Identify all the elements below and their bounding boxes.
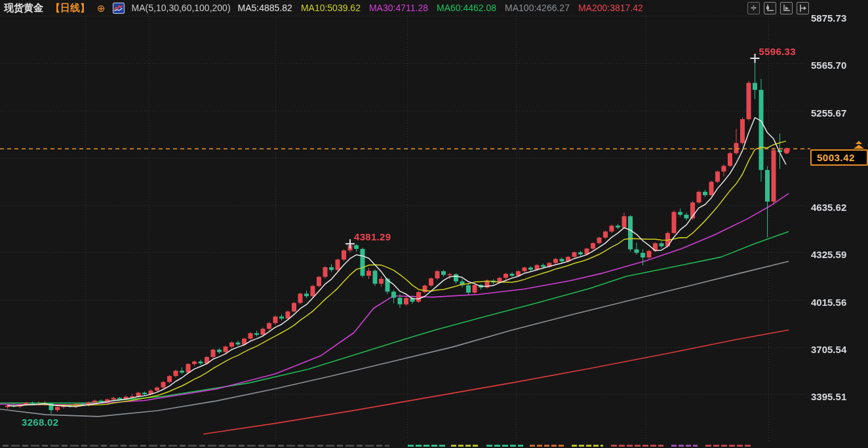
price-axis-label: 5565.70 [811, 60, 846, 71]
current-price-tag: 5003.42 [810, 149, 868, 166]
ma-legend-item-6: MA200:3817.42 [578, 3, 643, 13]
price-axis-label: 4325.59 [811, 249, 846, 261]
chart-toolbar: ✛ [747, 2, 809, 14]
go-to-latest-icon[interactable] [797, 2, 809, 14]
symbol-title: 现货黄金 [4, 2, 43, 14]
ma-legend: MA5:4885.82MA10:5039.62MA30:4711.28MA60:… [238, 3, 643, 13]
indicator-chart-icon[interactable] [113, 3, 125, 14]
current-price-value: 5003.42 [812, 152, 855, 163]
price-axis-label: 3705.54 [811, 344, 846, 356]
ma-legend-item-5: MA100:4266.27 [505, 3, 570, 13]
price-axis-label: 3395.51 [811, 391, 846, 403]
ma-legend-item-2: MA10:5039.62 [301, 3, 361, 13]
swing-low-label: 3268.02 [22, 417, 58, 428]
price-up-arrow-icon [854, 141, 864, 149]
axis-scale-left-icon[interactable] [764, 2, 776, 14]
pan-icon[interactable]: ✛ [747, 2, 760, 14]
ma-legend-item-3: MA30:4711.28 [369, 3, 428, 13]
chart-header: 现货黄金 【日线】 ⊕ MA(5,10,30,60,100,200) MA5:4… [4, 0, 643, 16]
price-axis-label: 4635.62 [811, 202, 846, 214]
period-selector[interactable]: 【日线】 [50, 2, 90, 14]
price-chart-canvas[interactable] [0, 0, 868, 448]
add-compare-icon[interactable]: ⊕ [97, 3, 106, 13]
swing-high-label: 5596.33 [759, 46, 796, 57]
ma-legend-item-1: MA5:4885.82 [238, 3, 292, 13]
price-axis-label: 5875.73 [811, 12, 846, 24]
ma-settings-label[interactable]: MA(5,10,30,60,100,200) [132, 3, 231, 13]
swing-high-label: 4381.29 [354, 231, 391, 242]
price-axis-label: 5255.67 [811, 107, 846, 119]
ma-legend-item-4: MA60:4462.08 [437, 3, 496, 13]
axis-scale-right-icon[interactable] [780, 2, 793, 14]
clipped-bottom-axis-text [0, 443, 868, 448]
price-axis-label: 4015.56 [811, 297, 846, 308]
